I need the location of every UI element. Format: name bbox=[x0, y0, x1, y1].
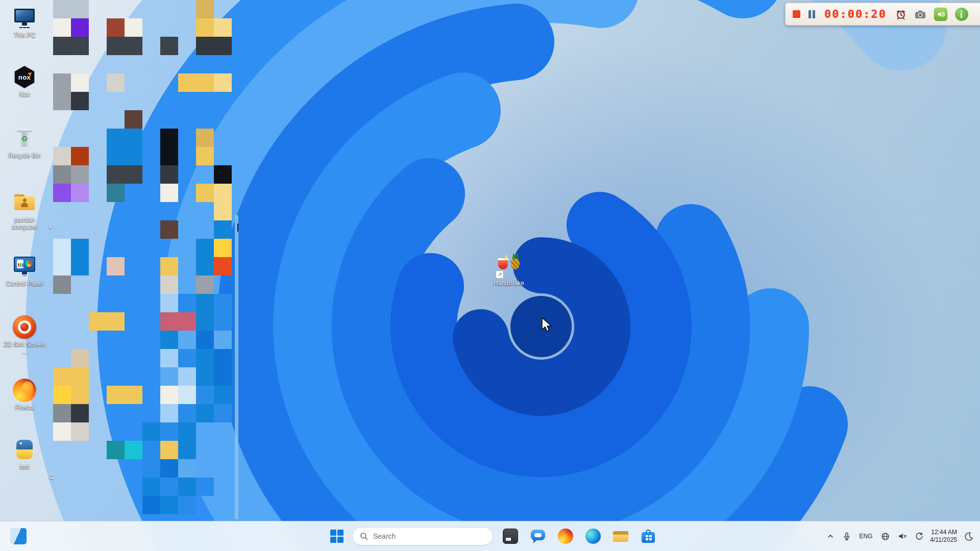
taskbar-file-explorer-button[interactable] bbox=[610, 526, 631, 546]
volume-button[interactable] bbox=[897, 528, 908, 544]
recording-timer: 00:00:20 bbox=[824, 8, 887, 20]
python-eye-dot bbox=[20, 442, 22, 444]
microphone-icon bbox=[843, 532, 851, 541]
store-bag-icon bbox=[641, 529, 656, 544]
night-mode-button[interactable] bbox=[963, 528, 975, 544]
desktop-icon-label: This PC bbox=[14, 32, 36, 39]
edge-icon bbox=[585, 529, 601, 544]
network-button[interactable] bbox=[880, 528, 891, 544]
camera-icon[interactable] bbox=[914, 9, 926, 19]
moon-icon bbox=[964, 532, 974, 541]
desktop-icon-label: ZD Soft Screen ... bbox=[3, 341, 46, 355]
chat-bubble-icon bbox=[530, 529, 546, 544]
system-tray: ENG 1 bbox=[825, 521, 975, 551]
taskbar-firefox-button[interactable] bbox=[555, 526, 576, 546]
desktop-icon-label: test bbox=[19, 463, 29, 470]
search-placeholder-text: Search bbox=[373, 532, 396, 540]
nox-icon: nox bbox=[13, 65, 36, 89]
taskbar-center-group: Search bbox=[327, 521, 658, 551]
desktop-icon-parnian-computer[interactable]: parnian computer bbox=[0, 190, 49, 231]
nox-logo-text: nox bbox=[18, 73, 31, 81]
recycle-bin-icon bbox=[12, 126, 37, 150]
search-box[interactable]: Search bbox=[352, 527, 493, 545]
firefox-icon bbox=[13, 379, 36, 402]
info-button[interactable] bbox=[955, 8, 968, 21]
speaker-muted-icon bbox=[898, 532, 907, 540]
mouse-cursor bbox=[541, 317, 552, 333]
desktop-icon-nox[interactable]: nox Nox bbox=[0, 65, 49, 98]
shortcut-arrow-icon bbox=[496, 271, 503, 278]
desktop-icon-label: parnian computer bbox=[3, 216, 46, 231]
cocktail-icon bbox=[498, 260, 508, 269]
this-pc-icon bbox=[12, 5, 37, 30]
taskbar-pinned-app-icon[interactable] bbox=[10, 528, 27, 544]
sync-arrows-icon bbox=[915, 532, 923, 540]
text-cursor-artifact bbox=[237, 223, 238, 232]
desktop-icon-recycle-bin[interactable]: Recycle Bin bbox=[0, 126, 49, 159]
taskbar-clock[interactable]: 12:44 AM 4/11/2025 bbox=[930, 529, 958, 544]
globe-icon bbox=[881, 532, 890, 541]
search-icon bbox=[360, 532, 368, 540]
desktop-icon-label: Recycle Bin bbox=[8, 152, 40, 159]
user-folder-icon bbox=[12, 190, 37, 214]
pineapple-icon bbox=[511, 258, 520, 269]
python-file-icon bbox=[13, 438, 36, 461]
desktop-icon-test[interactable]: test bbox=[0, 438, 49, 470]
desktop-icon-label: Firefox bbox=[15, 404, 34, 411]
desktop-icon-control-panel[interactable]: Control Panel bbox=[0, 254, 49, 287]
desktop-icon-label: Control Panel bbox=[6, 280, 43, 287]
desktop-icon-label: Nox bbox=[19, 91, 30, 98]
partially-hidden-label: C bbox=[49, 473, 54, 481]
record-stop-button[interactable] bbox=[793, 10, 800, 18]
partially-hidden-label: k bbox=[49, 223, 52, 230]
desktop-icon-this-pc[interactable]: This PC bbox=[0, 5, 49, 39]
taskbar-app-icons bbox=[500, 526, 658, 546]
tray-time: 12:44 AM bbox=[931, 529, 957, 536]
chart-icon bbox=[17, 260, 23, 268]
taskbar-edge-button[interactable] bbox=[583, 526, 603, 546]
tray-date: 4/11/2025 bbox=[930, 536, 958, 544]
pause-button[interactable] bbox=[808, 10, 816, 18]
desktop: This PC nox Nox Recycle Bin parnian comp… bbox=[0, 0, 980, 551]
desktop-icon-handbrake[interactable]: HandBrake bbox=[484, 253, 533, 287]
taskbar-chat-button[interactable] bbox=[528, 526, 548, 546]
language-code: ENG bbox=[859, 533, 872, 540]
chevron-up-icon bbox=[826, 532, 835, 540]
handbrake-icon bbox=[497, 253, 521, 278]
taskbar: Search bbox=[0, 521, 980, 551]
recycle-symbol-icon bbox=[12, 134, 37, 143]
pie-icon bbox=[26, 260, 32, 267]
taskbar-store-button[interactable] bbox=[638, 526, 658, 546]
language-indicator[interactable]: ENG bbox=[858, 528, 873, 544]
zd-soft-recorder-icon bbox=[13, 315, 36, 339]
screen-recorder-toolbar: 00:00:20 bbox=[785, 3, 980, 26]
firefox-icon bbox=[558, 529, 573, 544]
selection-edge-artifact bbox=[235, 215, 238, 519]
taskbar-recorder-app-button[interactable] bbox=[500, 526, 521, 546]
person-icon bbox=[21, 198, 28, 208]
desktop-icon-label: HandBrake bbox=[494, 280, 524, 287]
control-panel-icon bbox=[12, 254, 37, 278]
desktop-icon-firefox[interactable]: Firefox bbox=[0, 379, 49, 411]
speaker-button[interactable] bbox=[934, 8, 947, 21]
desktop-icon-zd-soft[interactable]: ZD Soft Screen ... bbox=[0, 315, 49, 355]
alarm-clock-icon[interactable] bbox=[895, 9, 906, 20]
dark-window-icon bbox=[503, 529, 518, 544]
windows-logo-icon bbox=[330, 530, 344, 543]
update-status-button[interactable] bbox=[914, 528, 924, 544]
microphone-indicator[interactable] bbox=[842, 528, 852, 544]
folder-icon bbox=[613, 531, 628, 544]
start-button[interactable] bbox=[327, 526, 347, 546]
tray-overflow-button[interactable] bbox=[825, 528, 836, 544]
